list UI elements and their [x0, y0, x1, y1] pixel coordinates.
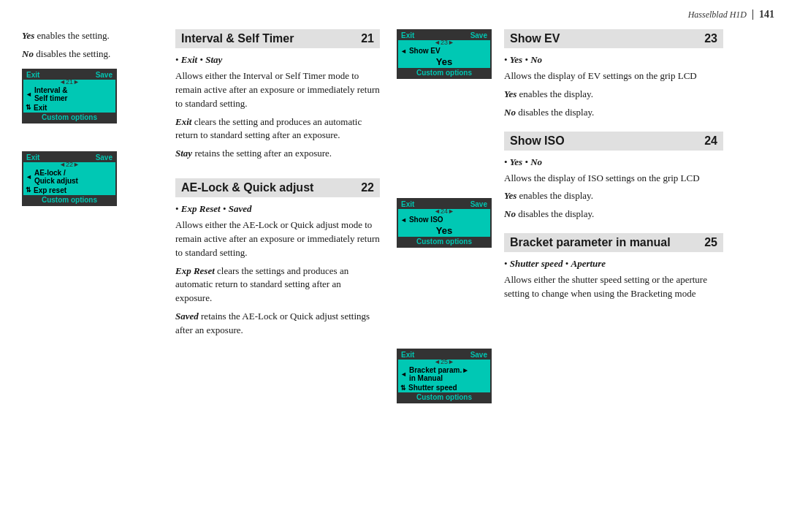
lcd-bracket-number: ◄25► — [398, 358, 490, 365]
lcd-aelock-bottom: Custom options — [23, 195, 115, 205]
lcd-showev-number: ◄23► — [398, 39, 490, 46]
lcd-showiso-exit: Exit — [401, 200, 414, 208]
lcd-interval-bottom: Custom options — [23, 113, 115, 122]
showev-para2: Yes enables the display. — [504, 88, 723, 102]
bracket-bullet: Shutter speed • Aperture — [504, 258, 723, 270]
aelock-para1: Allows either the AE-Lock or Quick adjus… — [175, 218, 380, 260]
showiso-para2: Yes enables the display. — [504, 189, 723, 203]
brand-name: Hasselblad H1D — [688, 10, 747, 20]
lcd-interval-arrow: ◄ — [26, 91, 32, 98]
lcd-aelock-number: ◄22► — [23, 161, 115, 168]
aelock-para2: Exp Reset clears the settings and produc… — [175, 265, 380, 306]
bracket-para1: Allows either the shutter speed setting … — [504, 273, 723, 301]
lcd-bracket-updown: ⇅ — [400, 384, 406, 392]
lcd-showiso-value: Yes — [398, 224, 490, 237]
interval-number: 21 — [361, 32, 374, 45]
yes-enables: Yes enables the setting. — [22, 29, 157, 43]
bracket-section-heading: Bracket parameter in manual 25 — [504, 233, 723, 252]
interval-bullet: Exit • Stay — [175, 54, 380, 66]
lcd-bracket-item: Bracket param.►in Manual — [409, 366, 469, 382]
lcd-interval-value: Exit — [34, 104, 47, 112]
showiso-section-heading: Show ISO 24 — [504, 132, 723, 151]
lcd-interval-item: Interval &Self timer — [34, 86, 68, 102]
lcd-aelock-screen: Exit Save ◄22► ◄ AE-lock /Quick adjust ⇅… — [22, 151, 117, 206]
lcd-aelock-save: Save — [96, 153, 113, 162]
lcd-showev-save: Save — [470, 31, 487, 39]
bracket-title: Bracket parameter in manual — [510, 236, 671, 249]
lcd-interval-screen: Exit Save ◄21► ◄ Interval &Self timer ⇅ … — [22, 69, 117, 123]
showiso-para3: No disables the display. — [504, 208, 723, 221]
page-number: 141 — [759, 9, 774, 20]
showiso-number: 24 — [704, 134, 717, 148]
lcd-bracket-bottom: Custom options — [398, 392, 490, 402]
showev-title: Show EV — [510, 32, 560, 45]
showev-para3: No disables the display. — [504, 106, 723, 120]
interval-para1: Allows either the Interval or Self Timer… — [175, 69, 380, 111]
lcd-interval-updown: ⇅ — [26, 104, 31, 111]
interval-section-heading: Interval & Self Timer 21 — [175, 29, 380, 48]
lcd-bracket-exit: Exit — [401, 351, 414, 359]
lcd-aelock-row1: ◄ AE-lock /Quick adjust — [23, 168, 115, 186]
lcd-column: Exit Save ◄23► ◄ Show EV Yes Custom opti… — [391, 29, 497, 517]
lcd-interval-number: ◄21► — [23, 78, 115, 86]
lcd-bracket-row1: ◄ Bracket param.►in Manual — [398, 365, 490, 383]
lcd-showiso-save: Save — [470, 200, 487, 208]
no-disables: No disables the setting. — [22, 48, 157, 61]
lcd-bracket-arrow: ◄ — [400, 370, 407, 378]
lcd-showiso-number: ◄24► — [398, 208, 490, 215]
lcd-showev-row1: ◄ Show EV — [398, 46, 490, 56]
lcd-bracket-row2: ⇅ Shutter speed — [398, 383, 490, 392]
showev-bullet: Yes • No — [504, 54, 723, 66]
aelock-number: 22 — [361, 181, 374, 194]
aelock-section-heading: AE-Lock & Quick adjust 22 — [175, 178, 380, 197]
lcd-interval-row2: ⇅ Exit — [23, 103, 115, 113]
lcd-aelock-value: Exp reset — [34, 186, 66, 194]
lcd-showiso-row1: ◄ Show ISO — [398, 215, 490, 224]
header-divider — [752, 10, 753, 20]
lcd-showev-item: Show EV — [409, 47, 441, 55]
aelock-bullet: Exp Reset • Saved — [175, 203, 380, 215]
aelock-para3: Saved retains the AE-Lock or Quick adjus… — [175, 310, 380, 338]
lcd-showiso-bottom: Custom options — [398, 237, 490, 246]
main-container: Yes enables the setting. No disables the… — [22, 29, 774, 517]
lcd-aelock-item: AE-lock /Quick adjust — [34, 169, 78, 185]
lcd-showiso-screen: Exit Save ◄24► ◄ Show ISO Yes Custom opt… — [397, 198, 492, 248]
lcd-showiso-arrow: ◄ — [400, 216, 407, 224]
lcd-aelock-row2: ⇅ Exp reset — [23, 186, 115, 195]
lcd-bracket-save: Save — [470, 351, 487, 359]
lcd-bracket-screen: Exit Save ◄25► ◄ Bracket param.►in Manua… — [397, 349, 492, 403]
right-column: Show EV 23 Yes • No Allows the display o… — [497, 29, 723, 517]
lcd-interval-save: Save — [96, 71, 113, 79]
lcd-aelock-arrow: ◄ — [26, 173, 32, 180]
lcd-interval-exit: Exit — [26, 71, 39, 79]
interval-title: Interval & Self Timer — [181, 32, 294, 45]
middle-column: Interval & Self Timer 21 Exit • Stay All… — [164, 29, 391, 517]
interval-para3: Stay retains the setting after an exposu… — [175, 147, 380, 161]
lcd-aelock-exit: Exit — [26, 153, 39, 162]
lcd-bracket-updown-val: Shutter speed — [408, 384, 457, 392]
showiso-title: Show ISO — [510, 134, 565, 148]
lcd-showev-value: Yes — [398, 56, 490, 68]
left-column: Yes enables the setting. No disables the… — [22, 29, 164, 517]
showiso-para1: Allows the display of ISO settings on th… — [504, 172, 723, 186]
intro-text: Yes enables the setting. No disables the… — [22, 29, 157, 61]
bracket-number: 25 — [704, 236, 717, 249]
lcd-showev-arrow: ◄ — [400, 48, 407, 55]
lcd-aelock-updown: ⇅ — [26, 186, 31, 194]
showev-number: 23 — [704, 32, 717, 45]
lcd-showev-screen: Exit Save ◄23► ◄ Show EV Yes Custom opti… — [397, 29, 492, 79]
showev-section-heading: Show EV 23 — [504, 29, 723, 48]
interval-para2: Exit clears the setting and produces an … — [175, 115, 380, 143]
lcd-showev-exit: Exit — [401, 31, 414, 39]
lcd-showiso-item: Show ISO — [409, 216, 443, 224]
showiso-bullet: Yes • No — [504, 156, 723, 168]
page-header: Hasselblad H1D 141 — [688, 9, 774, 20]
showev-para1: Allows the display of EV settings on the… — [504, 69, 723, 83]
aelock-title: AE-Lock & Quick adjust — [181, 181, 313, 194]
lcd-interval-row1: ◄ Interval &Self timer — [23, 86, 115, 103]
lcd-showev-bottom: Custom options — [398, 68, 490, 77]
